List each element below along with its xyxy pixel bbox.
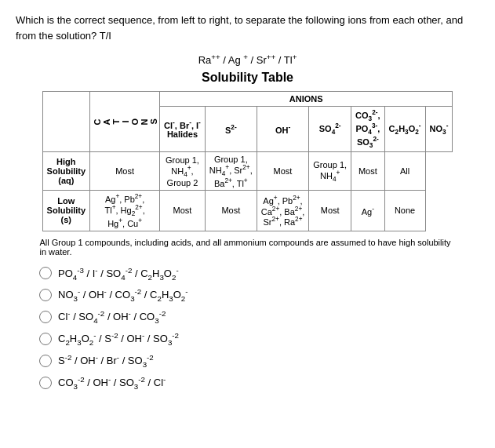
hs-co3: Group 1,NH4+: [309, 151, 351, 191]
option-4-label: C2H3O2- / S-2 / OH- / SO3-2: [58, 331, 179, 347]
note-text: All Group 1 compounds, including acids, …: [40, 238, 456, 257]
option-2[interactable]: NO3- / OH- / CO3-2 / C2H3O2-: [39, 287, 479, 303]
options-list: PO4-3 / I- / SO4-2 / C2H3O2- NO3- / OH- …: [39, 266, 479, 392]
hs-so4: Most: [257, 151, 309, 191]
ls-oh: Most: [205, 191, 257, 231]
cations-label: CATIONS: [90, 92, 160, 152]
option-6[interactable]: CO3-2 / OH- / SO3-2 / Cl-: [39, 375, 479, 391]
question-text: Which is the correct sequence, from left…: [16, 13, 479, 43]
hs-halides: Most: [90, 151, 160, 191]
col-so4: SO42-: [309, 107, 351, 152]
option-3[interactable]: Cl- / SO4-2 / OH- / CO3-2: [39, 309, 479, 325]
radio-1[interactable]: [39, 267, 52, 279]
empty-corner: [42, 92, 90, 152]
solubility-table: CATIONS ANIONS Cl-, Br-, I-Halides S2- O…: [42, 91, 453, 231]
hs-no3: All: [384, 151, 425, 191]
col-co3: CO32-,PO43-,SO32-: [351, 107, 385, 152]
option-1[interactable]: PO4-3 / I- / SO4-2 / C2H3O2-: [39, 266, 479, 282]
ls-s2: Most: [160, 191, 206, 231]
hs-s2: Group 1,NH4+,Group 2: [160, 151, 206, 191]
ls-c2h3o2: Ag-: [351, 191, 385, 231]
radio-4[interactable]: [39, 333, 52, 345]
radio-3[interactable]: [39, 311, 52, 323]
option-1-label: PO4-3 / I- / SO4-2 / C2H3O2-: [58, 266, 179, 282]
option-5-label: S-2 / OH- / Br- / SO3-2: [58, 353, 154, 369]
col-c2h3o2: C2H3O2-: [384, 107, 425, 152]
col-oh: OH-: [257, 107, 309, 152]
low-solubility-label: LowSolubility(s): [42, 191, 90, 231]
col-no3: NO3-: [425, 107, 453, 152]
hs-oh: Group 1,NH4+, Sr2+,Ba2+, Tl+: [205, 151, 257, 191]
col-s2: S2-: [205, 107, 257, 152]
option-6-label: CO3-2 / OH- / SO3-2 / Cl-: [58, 375, 166, 391]
hs-c2h3o2: Most: [351, 151, 385, 191]
option-4[interactable]: C2H3O2- / S-2 / OH- / SO3-2: [39, 331, 479, 347]
anions-header: ANIONS: [160, 92, 453, 107]
col-halides: Cl-, Br-, I-Halides: [160, 107, 206, 152]
radio-5[interactable]: [39, 355, 52, 367]
radio-6[interactable]: [39, 377, 52, 389]
ls-co3: Most: [309, 191, 351, 231]
ls-so4: Ag+, Pb2+,Ca2+, Ba2+,Sr2+, Ra2+: [257, 191, 309, 231]
option-3-label: Cl- / SO4-2 / OH- / CO3-2: [58, 309, 166, 325]
table-title: Solubility Table: [16, 71, 479, 85]
ls-no3: None: [384, 191, 425, 231]
radio-2[interactable]: [39, 289, 52, 301]
high-solubility-label: HighSolubility(aq): [42, 151, 90, 191]
equation: Ra++ / Ag + / Sr++ / Tl+: [16, 53, 479, 66]
option-5[interactable]: S-2 / OH- / Br- / SO3-2: [39, 353, 479, 369]
option-2-label: NO3- / OH- / CO3-2 / C2H3O2-: [58, 287, 188, 303]
ls-halides: Ag+, Pb2+,Tl+, Hg22+,Hg+, Cu+: [90, 191, 160, 231]
